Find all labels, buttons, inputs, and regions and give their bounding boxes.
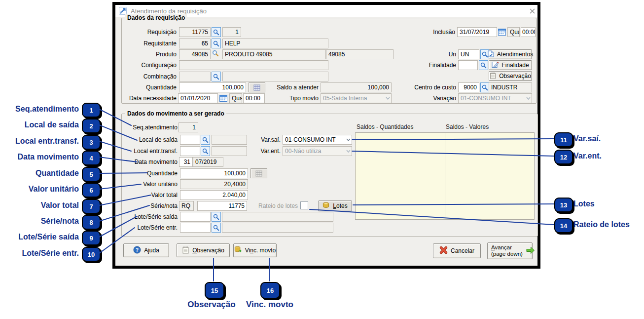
annotation-label-15: Observação: [184, 300, 239, 310]
group-dados-movimento-legend: Dados do movimento a ser gerado: [125, 110, 226, 117]
quantidade-req-field[interactable]: 100,000: [179, 82, 246, 92]
valor-unitario-label: Valor unitário: [115, 181, 178, 188]
avancar-button-label: Avançar (page down): [491, 244, 523, 257]
notepad-icon: [182, 246, 189, 255]
annotation-label-4: Data movimento: [0, 153, 79, 161]
requisicao-number-field: 11775: [179, 27, 211, 37]
var-ent-label: Var.ent.: [249, 148, 281, 155]
annotation-label-6: Valor unitário: [0, 185, 79, 194]
produto-ref-field: 49085: [326, 49, 394, 59]
lote-saida-code-field[interactable]: [180, 212, 211, 222]
annotation-label-3: Local entr.transf.: [0, 137, 79, 146]
inclusao-calendar-icon[interactable]: [498, 28, 506, 36]
centro-custo-code-field[interactable]: 9000: [458, 82, 479, 92]
callout-badge-6: 6: [82, 183, 101, 198]
annotation-label-10: Lote/Série entr.: [0, 249, 79, 258]
document-pencil-icon: [492, 61, 499, 70]
observacao-side-button-label: Observação: [499, 73, 531, 80]
variacao-value: 01-CONSUMO INT: [461, 95, 525, 102]
group-dados-requisicao-legend: Dados da requisição: [125, 14, 187, 21]
ajuda-button[interactable]: ? Ajuda: [123, 243, 169, 257]
quantidade-req-label: Quantidade: [115, 84, 177, 91]
tipo-movto-label: Tipo movto: [257, 95, 319, 102]
lote-saida-desc-field: [222, 212, 333, 222]
vinc-movto-button[interactable]: Vinc. movto: [233, 243, 277, 257]
lotes-button[interactable]: Lotes: [318, 200, 352, 211]
configuracao-field: [179, 60, 328, 70]
observacao-button-label: Observação: [192, 247, 224, 254]
local-entr-code-field[interactable]: [180, 146, 200, 156]
inclusao-label: Inclusão: [394, 29, 455, 36]
variacao-label: Variação: [394, 95, 456, 102]
lote-saida-lookup-icon[interactable]: [212, 212, 221, 222]
document-check-icon: [488, 50, 494, 59]
callout-badge-15: 15: [205, 282, 224, 299]
atendimentos-button[interactable]: Atendimentos: [489, 49, 532, 59]
chevron-down-icon: [346, 150, 351, 153]
local-saida-lookup-icon[interactable]: [201, 135, 210, 145]
rateio-lotes-checkbox[interactable]: [300, 201, 308, 209]
requisitante-lookup-icon[interactable]: [212, 39, 221, 48]
combinacao-lookup-icon[interactable]: [212, 72, 221, 81]
var-sai-value: 01-CONSUMO INT: [285, 136, 345, 143]
local-saida-code-field[interactable]: [180, 135, 200, 145]
lotes-button-label: Lotes: [333, 202, 347, 209]
tipo-movto-value: 05-Saída Interna: [323, 95, 385, 102]
combinacao-label: Combinação: [115, 73, 177, 80]
cancel-x-icon: [439, 246, 448, 255]
page: { "window": { "title": "Atendimento da r…: [0, 0, 644, 319]
finalidade-lookup-icon[interactable]: [479, 60, 488, 70]
link-movement-icon: [234, 246, 242, 255]
serie-nota-numero-field[interactable]: 11775: [197, 201, 247, 211]
combinacao-code-field: [179, 72, 211, 81]
produto-name-field: PRODUTO 49085: [222, 49, 326, 59]
annotation-label-7: Valor total: [0, 201, 79, 210]
finalidade-button[interactable]: Finalidade: [489, 60, 532, 70]
var-ent-value: 00-Não utiliza: [285, 148, 345, 155]
window-title: Atendimento da requisição: [131, 7, 207, 15]
local-saida-desc-field: [212, 135, 247, 145]
annotation-label-13: Lotes: [573, 199, 595, 208]
chevron-down-icon: [526, 97, 531, 100]
cancelar-button-label: Cancelar: [451, 247, 474, 254]
produto-lookup-icon[interactable]: [212, 50, 219, 57]
lote-entr-code-field[interactable]: [180, 223, 211, 233]
data-necessidade-calendar-icon[interactable]: [219, 94, 227, 102]
avancar-button[interactable]: Avançar (page down): [487, 242, 533, 259]
data-movimento-monthyear-field: 07/2019: [193, 157, 223, 167]
inclusao-time-field[interactable]: 00:00: [521, 27, 536, 37]
quantidade-mov-calc-icon: [250, 168, 267, 178]
annotation-label-12: Var.ent.: [573, 152, 602, 160]
quantidade-mov-field[interactable]: 100,000: [180, 168, 248, 178]
lote-entr-lookup-icon[interactable]: [212, 223, 221, 233]
produto-code-field: 49085: [179, 49, 211, 59]
atendimento-dialog: Atendimento da requisição Dados da requi…: [112, 2, 540, 269]
annotation-label-5: Quantidade: [0, 169, 79, 178]
close-icon[interactable]: [528, 6, 537, 15]
produto-label: Produto: [115, 51, 177, 58]
chevron-down-icon: [386, 97, 390, 100]
callout-badge-12: 12: [554, 150, 573, 164]
inclusao-date-field[interactable]: 31/07/2019: [457, 27, 497, 37]
notepad-icon: [490, 72, 496, 80]
var-sai-label: Var.saí.: [249, 136, 281, 143]
finalidade-field[interactable]: [458, 60, 478, 70]
data-movimento-day-field[interactable]: 31: [179, 157, 193, 167]
cancelar-button[interactable]: Cancelar: [433, 243, 481, 258]
requisicao-lookup-icon[interactable]: [212, 27, 221, 37]
svg-text:?: ?: [136, 247, 139, 252]
var-sai-dropdown[interactable]: 01-CONSUMO INT: [283, 135, 352, 145]
observacao-button[interactable]: Observação: [177, 243, 230, 257]
rateio-lotes-label: Rateio de lotes: [258, 202, 298, 209]
configuracao-label: Configuração: [115, 62, 177, 69]
callout-badge-8: 8: [82, 215, 101, 230]
finalidade-label: Finalidade: [394, 62, 456, 69]
observacao-side-button[interactable]: Observação: [489, 71, 532, 81]
valor-total-field[interactable]: 2.040,00: [180, 190, 248, 200]
quantidade-mov-label: Quantidade: [115, 170, 178, 177]
data-necessidade-date-field[interactable]: 01/01/2020: [178, 93, 218, 103]
local-entr-lookup-icon[interactable]: [201, 146, 210, 156]
saldos-valores-header: Saldos - Valores: [446, 123, 489, 130]
seq-atendimento-field: 1: [179, 122, 198, 132]
un-field[interactable]: UN: [458, 49, 479, 59]
